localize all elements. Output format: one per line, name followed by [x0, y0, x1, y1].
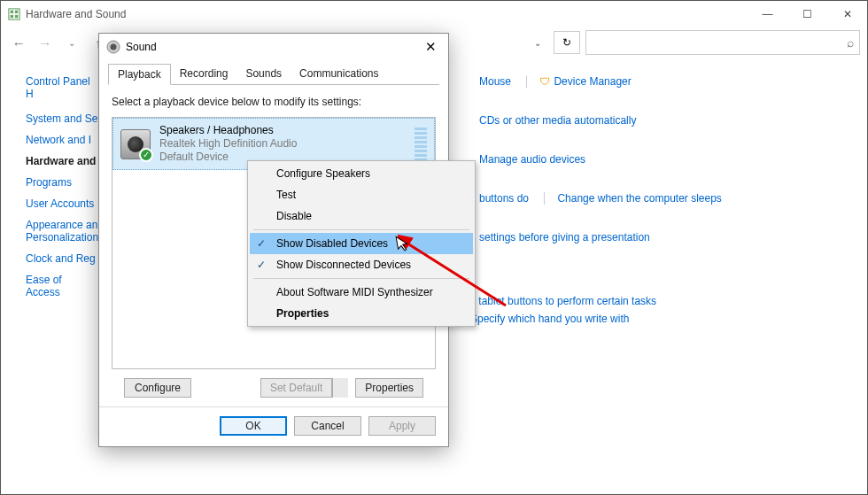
- sidebar-item-active[interactable]: Hardware and: [26, 155, 98, 167]
- ctx-separator: [253, 278, 469, 279]
- tab-sounds[interactable]: Sounds: [236, 64, 291, 85]
- ok-button[interactable]: OK: [220, 416, 287, 436]
- apply-button[interactable]: Apply: [368, 416, 436, 436]
- breadcrumb-home[interactable]: Control Panel H: [26, 75, 98, 100]
- sidebar-item[interactable]: Network and I: [26, 134, 98, 146]
- device-name: Speakers / Headphones: [159, 124, 406, 137]
- default-check-icon: ✓: [139, 148, 153, 162]
- link-sleep[interactable]: Change when the computer sleeps: [544, 192, 733, 205]
- tab-communications[interactable]: Communications: [291, 64, 387, 85]
- svg-rect-3: [11, 15, 14, 19]
- ctx-about-midi[interactable]: About Software MIDI Synthesizer: [250, 282, 473, 303]
- context-menu: Configure Speakers Test Disable ✓ Show D…: [247, 160, 476, 327]
- ctx-disable[interactable]: Disable: [250, 205, 473, 227]
- ctx-separator: [253, 229, 469, 230]
- ctx-show-disconnected[interactable]: ✓ Show Disconnected Devices: [250, 254, 473, 275]
- properties-button[interactable]: Properties: [355, 378, 423, 398]
- dialog-close-button[interactable]: ✕: [420, 36, 441, 58]
- svg-rect-1: [11, 11, 14, 14]
- sidebar: Control Panel H System and Se Network an…: [1, 75, 98, 352]
- set-default-dropdown[interactable]: [332, 378, 348, 398]
- sound-icon: [106, 40, 120, 54]
- speaker-icon: ✓: [120, 129, 151, 159]
- search-icon: ⌕: [847, 35, 854, 50]
- maximize-button[interactable]: ☐: [787, 2, 827, 27]
- sidebar-item[interactable]: Ease of Access: [26, 274, 98, 298]
- search-input[interactable]: ⌕: [585, 30, 860, 55]
- tab-recording[interactable]: Recording: [171, 64, 237, 85]
- shield-icon: 🛡: [539, 75, 550, 88]
- set-default-button[interactable]: Set Default: [260, 378, 332, 398]
- tab-strip: Playback Recording Sounds Communications: [99, 64, 448, 85]
- tab-playback[interactable]: Playback: [108, 64, 171, 85]
- sidebar-item[interactable]: User Accounts: [26, 197, 98, 210]
- check-icon: ✓: [257, 237, 266, 250]
- check-icon: ✓: [257, 259, 266, 271]
- sidebar-item[interactable]: Appearance an Personalization: [26, 219, 98, 244]
- window-title: Hardware and Sound: [26, 8, 126, 20]
- back-button[interactable]: ←: [8, 32, 29, 53]
- configure-button[interactable]: Configure: [124, 378, 191, 398]
- forward-button[interactable]: →: [35, 32, 56, 53]
- address-dropdown[interactable]: ⌄: [527, 32, 548, 53]
- ctx-test[interactable]: Test: [250, 184, 473, 205]
- vu-meter: [415, 128, 427, 161]
- link-device-manager[interactable]: 🛡Device Manager: [526, 75, 643, 88]
- device-driver: Realtek High Definition Audio: [159, 137, 406, 151]
- ctx-show-disabled[interactable]: ✓ Show Disabled Devices: [250, 233, 473, 254]
- svg-rect-4: [15, 15, 19, 19]
- window-titlebar: Hardware and Sound — ☐ ✕: [1, 1, 867, 27]
- dialog-titlebar: Sound ✕: [99, 34, 448, 60]
- refresh-button[interactable]: ↻: [554, 31, 580, 54]
- cancel-button[interactable]: Cancel: [294, 416, 361, 436]
- close-button[interactable]: ✕: [827, 2, 867, 27]
- instruction-text: Select a playback device below to modify…: [112, 96, 436, 108]
- minimize-button[interactable]: —: [748, 2, 787, 27]
- recent-dropdown[interactable]: ⌄: [61, 32, 82, 53]
- ctx-configure-speakers[interactable]: Configure Speakers: [250, 163, 473, 184]
- svg-rect-2: [15, 11, 19, 14]
- sidebar-item[interactable]: Clock and Reg: [26, 252, 98, 265]
- sidebar-item[interactable]: Programs: [26, 176, 98, 189]
- svg-point-6: [111, 44, 117, 50]
- control-panel-icon: [8, 8, 20, 20]
- sidebar-item[interactable]: System and Se: [26, 112, 98, 125]
- ctx-properties[interactable]: Properties: [250, 303, 473, 324]
- dialog-title: Sound: [126, 41, 157, 53]
